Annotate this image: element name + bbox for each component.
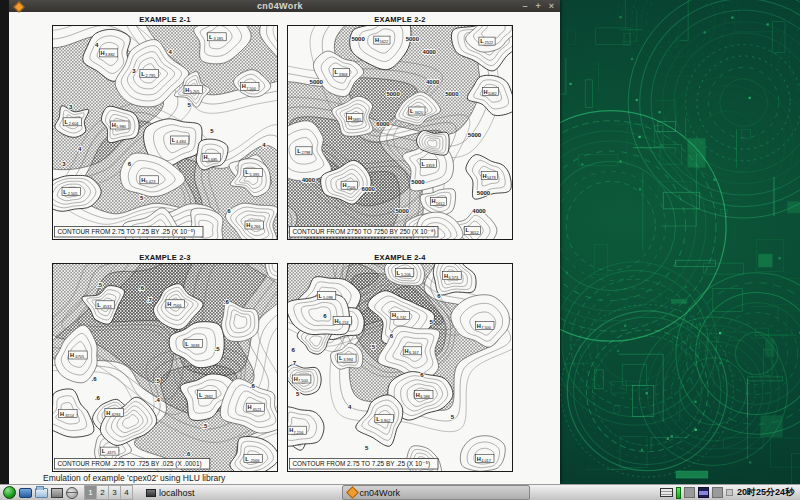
- svg-text:4.017: 4.017: [481, 458, 491, 463]
- contour-panel-2: EXAMPLE 2-2 5000500040004000500050005000…: [287, 14, 513, 240]
- svg-text:L: L: [480, 38, 484, 44]
- contour-panel-1: EXAMPLE 2-1 434534654356H3.882L3.185L2.7…: [52, 14, 278, 240]
- svg-text:L: L: [209, 34, 213, 40]
- workspace-cell-4[interactable]: 4: [121, 485, 133, 500]
- image-viewer-icon[interactable]: [51, 488, 63, 498]
- task-button-cn04work[interactable]: cn04Work: [342, 485, 530, 500]
- svg-text:H: H: [392, 312, 396, 318]
- extremum-marker: H5082: [482, 88, 498, 96]
- close-button[interactable]: ×: [549, 0, 554, 12]
- contour-plot: 434534654356H3.882L3.185L2.795H5.205H7.5…: [52, 25, 278, 240]
- svg-text:L: L: [97, 302, 101, 308]
- extremum-marker: H6.586: [415, 391, 434, 399]
- tray-app-1-icon[interactable]: [684, 487, 695, 498]
- svg-text:5.205: 5.205: [190, 89, 200, 94]
- workspace-cell-2[interactable]: 2: [97, 485, 109, 500]
- svg-text:.3638: .3638: [190, 343, 200, 348]
- svg-text:L: L: [376, 416, 380, 422]
- window-titlebar[interactable]: cn04Work – + ×: [0, 0, 560, 12]
- svg-text:L: L: [410, 108, 414, 114]
- extremum-marker: H3.882: [99, 49, 118, 57]
- app-window-cn04work: cn04Work – + × EXAMPLE 2-1 434534654356H…: [0, 0, 560, 484]
- extremum-marker: H7.256: [288, 426, 307, 434]
- system-tray: [660, 487, 733, 499]
- contour-info-box: CONTOUR FROM .275 TO .725 BY .025 (X .00…: [55, 459, 210, 470]
- svg-text:7506: 7506: [347, 185, 356, 190]
- contour-level-label: .6: [95, 395, 101, 401]
- show-desktop-corner-icon[interactable]: [726, 489, 733, 496]
- start-menu-icon[interactable]: [3, 486, 16, 499]
- svg-text:7.500: 7.500: [246, 86, 257, 91]
- svg-text:6.266: 6.266: [251, 224, 261, 229]
- svg-text:4.484: 4.484: [176, 139, 187, 144]
- contour-panel-3: EXAMPLE 2-3 .5.6.7.6.5.5.6.6.4.6.5.6L.45…: [52, 252, 278, 472]
- svg-text:3620: 3620: [415, 110, 424, 115]
- contour-panel-4: EXAMPLE 2-4 665656764555L5.206H6.573L5.0…: [287, 252, 513, 472]
- window-edge: [0, 0, 9, 484]
- contour-level-label: 5000: [396, 208, 410, 214]
- svg-text:2.604: 2.604: [69, 121, 80, 126]
- svg-text:L: L: [102, 448, 106, 454]
- extremum-marker: H.6705: [69, 351, 88, 359]
- extremum-marker: H6.266: [245, 221, 264, 229]
- svg-text:H: H: [112, 122, 116, 128]
- svg-text:2522: 2522: [485, 40, 494, 45]
- contour-level-label: 5000: [310, 79, 324, 85]
- contour-level-label: 4000: [426, 79, 440, 85]
- browser-icon[interactable]: [66, 487, 78, 499]
- contour-level-label: 6000: [376, 121, 390, 127]
- extremum-marker: L.4375: [100, 447, 119, 455]
- file-manager-icon[interactable]: [35, 488, 48, 498]
- taskbar: 1234 localhost cn04Work 20时25分24秒: [0, 484, 800, 500]
- contour-info-box: CONTOUR FROM 2.75 TO 7.25 BY .25 (X 10⁻⁵…: [55, 227, 204, 238]
- svg-text:L: L: [334, 69, 338, 75]
- svg-text:L: L: [466, 227, 470, 233]
- contour-level-label: 5000: [445, 91, 459, 97]
- contour-level-label: 5000: [386, 91, 400, 97]
- extremum-marker: L2798: [296, 147, 312, 155]
- svg-text:3359: 3359: [426, 163, 435, 168]
- extremum-marker: H.7566: [166, 300, 185, 308]
- contour-level-label: 4000: [423, 49, 437, 55]
- contour-level-label: .6: [224, 299, 230, 305]
- task-button-localhost[interactable]: localhost: [141, 486, 200, 499]
- minimize-button[interactable]: –: [522, 0, 527, 12]
- svg-text:L: L: [245, 169, 249, 175]
- extremum-marker: L3652: [464, 226, 480, 234]
- svg-text:5.395: 5.395: [250, 172, 260, 177]
- svg-text:6.167: 6.167: [409, 350, 419, 355]
- contour-level-label: .6: [185, 451, 191, 457]
- svg-text:6.423: 6.423: [146, 179, 156, 184]
- svg-text:5478: 5478: [487, 175, 496, 180]
- extremum-marker: H6.742: [391, 311, 410, 319]
- svg-text:5.206: 5.206: [401, 272, 411, 277]
- svg-text:.6294: .6294: [111, 412, 122, 417]
- extremum-marker: L3.902: [375, 415, 394, 423]
- maximize-button[interactable]: +: [535, 0, 540, 12]
- plot-canvas: EXAMPLE 2-1 434534654356H3.882L3.185L2.7…: [9, 12, 560, 484]
- keyboard-layout-icon[interactable]: [660, 488, 673, 497]
- task-label: cn04Work: [360, 488, 400, 498]
- workspace-cell-3[interactable]: 3: [109, 485, 121, 500]
- panel-title: EXAMPLE 2-4: [287, 252, 513, 263]
- tray-app-2-icon[interactable]: [698, 487, 709, 498]
- taskbar-clock[interactable]: 20时25分24秒: [737, 486, 794, 499]
- extremum-marker: H7506: [341, 181, 357, 189]
- workspace-cell-1[interactable]: 1: [85, 485, 97, 500]
- svg-text:H: H: [101, 50, 105, 56]
- svg-text:.4533: .4533: [102, 304, 112, 309]
- show-desktop-icon[interactable]: [19, 488, 32, 498]
- cpu-meter-icon[interactable]: [676, 487, 681, 499]
- svg-text:3.882: 3.882: [105, 52, 115, 57]
- svg-text:6.586: 6.586: [420, 394, 430, 399]
- contour-info-box: CONTOUR FROM 2.75 TO 7.25 BY .25 (X 10⁻⁵…: [290, 459, 439, 470]
- svg-text:.7566: .7566: [172, 303, 182, 308]
- extremum-marker: H.6294: [105, 408, 124, 416]
- tray-app-3-icon[interactable]: [712, 487, 723, 498]
- svg-text:.2862: .2862: [203, 394, 213, 399]
- extremum-marker: L.2566: [244, 454, 263, 462]
- svg-text:3.902: 3.902: [381, 418, 391, 423]
- extremum-marker: H.6514: [59, 410, 78, 418]
- svg-text:3.185: 3.185: [213, 36, 223, 41]
- svg-text:CONTOUR FROM 2.75 TO 7.25 BY .: CONTOUR FROM 2.75 TO 7.25 BY .25 (X 10⁻⁵…: [293, 460, 431, 468]
